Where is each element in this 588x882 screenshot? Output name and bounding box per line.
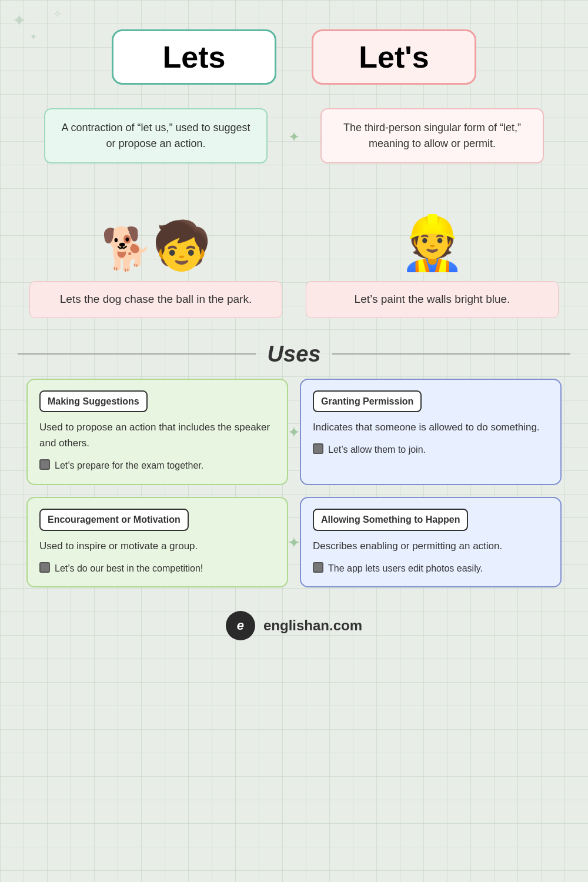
right-example-section: Let’s paint the walls bright blue. — [294, 275, 570, 330]
left-definition-text: A contraction of “let us,” used to sugge… — [61, 122, 250, 149]
uses-card-encouragement: Encouragement or Motivation Used to insp… — [26, 497, 288, 587]
card-allowing-bullet: The app lets users edit photos easily. — [313, 561, 549, 576]
card-permission-desc: Indicates that someone is allowed to do … — [313, 419, 549, 435]
uses-card-permission: Granting Permission Indicates that someo… — [300, 379, 562, 486]
card-permission-bullet: Let’s allow them to join. — [313, 442, 549, 457]
uses-row-2: Encouragement or Motivation Used to insp… — [18, 497, 570, 587]
dog-figure: 🐕 — [101, 228, 152, 269]
left-illustration: 🐕 🧒 — [101, 175, 211, 269]
bullet-icon-2 — [313, 443, 323, 454]
right-definition-section: The third-person singular form of “let,”… — [294, 102, 570, 169]
left-example-section: Lets the dog chase the ball in the park. — [18, 275, 294, 330]
right-example-box: Let’s paint the walls bright blue. — [306, 281, 559, 318]
page-container: Lets Let's A contraction of “let us,” us… — [0, 0, 588, 882]
divider-line-right — [332, 353, 570, 355]
definitions-row: A contraction of “let us,” used to sugge… — [18, 102, 570, 169]
lets-title: Lets — [163, 40, 226, 74]
bullet-icon-4 — [313, 562, 323, 573]
worker-figure: 👷 — [399, 216, 465, 269]
card-encouragement-bullet-text: Let’s do our best in the competition! — [55, 561, 203, 576]
card-allowing-title: Allowing Something to Happen — [313, 509, 468, 531]
girl-figure: 🧒 — [152, 222, 211, 269]
card-permission-title: Granting Permission — [313, 390, 422, 413]
footer-logo: e — [226, 611, 255, 640]
center-sparkle-2: ✦ — [288, 423, 300, 442]
card-allowing-bullet-text: The app lets users edit photos easily. — [328, 561, 483, 576]
card-encouragement-title: Encouragement or Motivation — [39, 509, 189, 531]
examples-row: Lets the dog chase the ball in the park.… — [18, 275, 570, 330]
right-example-text: Let’s paint the walls bright blue. — [355, 293, 510, 305]
uses-card-suggestions: Making Suggestions Used to propose an ac… — [26, 379, 288, 486]
uses-title: Uses — [256, 342, 333, 367]
right-definition-text: The third-person singular form of “let,”… — [343, 122, 521, 149]
card-permission-bullet-text: Let’s allow them to join. — [328, 442, 426, 457]
bullet-icon-1 — [39, 459, 50, 470]
bullet-icon-3 — [39, 562, 50, 573]
uses-divider-row: Uses — [18, 342, 570, 367]
lets-apostrophe-title-box: Let's — [312, 29, 476, 85]
footer: e englishan.com — [18, 611, 570, 640]
lets-apostrophe-title: Let's — [359, 40, 429, 74]
left-example-text: Lets the dog chase the ball in the park. — [60, 293, 252, 305]
right-illustration: 👷 — [399, 175, 465, 269]
card-encouragement-bullet: Let’s do our best in the competition! — [39, 561, 275, 576]
header-row: Lets Let's — [18, 29, 570, 85]
right-illustration-section: 👷 — [294, 169, 570, 275]
card-encouragement-desc: Used to inspire or motivate a group. — [39, 538, 275, 554]
card-suggestions-bullet: Let’s prepare for the exam together. — [39, 458, 275, 473]
center-sparkle-3: ✦ — [288, 534, 300, 552]
card-suggestions-desc: Used to propose an action that includes … — [39, 419, 275, 451]
illustrations-row: 🐕 🧒 👷 — [18, 169, 570, 275]
left-illustration-section: 🐕 🧒 — [18, 169, 294, 275]
left-definition-section: A contraction of “let us,” used to sugge… — [18, 102, 294, 169]
lets-title-box: Lets — [112, 29, 276, 85]
uses-card-allowing: Allowing Something to Happen Describes e… — [300, 497, 562, 587]
center-sparkle-1: ✦ — [288, 129, 300, 145]
right-definition-box: The third-person singular form of “let,”… — [320, 108, 544, 163]
card-suggestions-bullet-text: Let’s prepare for the exam together. — [55, 458, 203, 473]
card-suggestions-title: Making Suggestions — [39, 390, 148, 413]
sparkle-decoration-3: ✦ — [29, 32, 37, 42]
sparkle-decoration-2: ✧ — [53, 9, 62, 19]
left-example-box: Lets the dog chase the ball in the park. — [29, 281, 282, 318]
sparkle-decoration-1: ✦ — [12, 12, 26, 29]
left-definition-box: A contraction of “let us,” used to sugge… — [44, 108, 268, 163]
footer-logo-char: e — [237, 618, 244, 633]
card-allowing-desc: Describes enabling or permitting an acti… — [313, 538, 549, 554]
divider-line-left — [18, 353, 256, 355]
footer-domain: englishan.com — [263, 617, 362, 634]
uses-row-1: Making Suggestions Used to propose an ac… — [18, 379, 570, 486]
